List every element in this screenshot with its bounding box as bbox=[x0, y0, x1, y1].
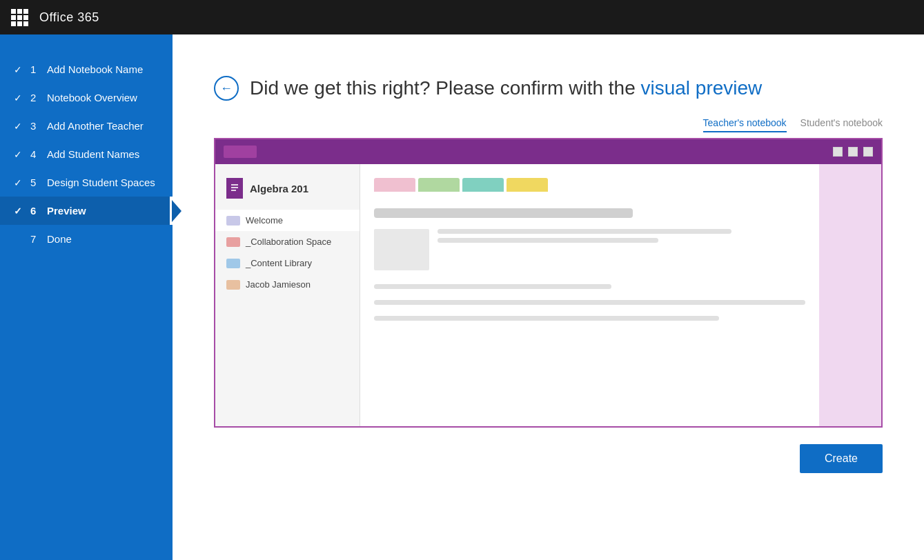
content-area: ← Did we get this right? Please confirm … bbox=[173, 34, 924, 560]
tab-indicator bbox=[224, 146, 257, 158]
step-num-3: 3 bbox=[30, 120, 41, 132]
active-arrow bbox=[172, 200, 181, 222]
nb-tab-green[interactable] bbox=[418, 178, 460, 192]
nb-tab-yellow[interactable] bbox=[507, 178, 548, 192]
tab-teachers-notebook[interactable]: Teacher's notebook bbox=[703, 117, 787, 132]
nb-section-label-collab: _Collaboration Space bbox=[246, 237, 331, 247]
sidebar-label-5: Design Student Spaces bbox=[47, 177, 155, 188]
step-num-1: 1 bbox=[30, 63, 41, 75]
sidebar-item-step4[interactable]: ✓ 4 Add Student Names bbox=[0, 140, 173, 168]
nb-text-line-1 bbox=[438, 229, 731, 234]
sidebar-item-step3[interactable]: ✓ 3 Add Another Teacher bbox=[0, 112, 173, 140]
check-icon-6: ✓ bbox=[14, 206, 25, 217]
svg-rect-3 bbox=[231, 190, 236, 191]
sidebar-label-2: Notebook Overview bbox=[47, 92, 137, 103]
preview-box: Algebra 201 Welcome _Collaboration Space… bbox=[214, 138, 883, 428]
nb-tab-bar bbox=[374, 178, 805, 192]
close-icon[interactable] bbox=[863, 147, 873, 157]
page-title: Did we get this right? Please confirm wi… bbox=[250, 77, 762, 99]
svg-rect-1 bbox=[231, 184, 238, 186]
nb-image-placeholder bbox=[374, 229, 429, 270]
welcome-section-icon bbox=[226, 216, 240, 226]
notebook-sidebar: Algebra 201 Welcome _Collaboration Space… bbox=[215, 164, 360, 426]
nb-section-collab[interactable]: _Collaboration Space bbox=[215, 231, 360, 252]
preview-top-bar bbox=[215, 139, 881, 164]
main-layout: ✓ 1 Add Notebook Name ✓ 2 Notebook Overv… bbox=[0, 34, 924, 560]
check-icon-4: ✓ bbox=[14, 149, 25, 160]
sidebar-item-step2[interactable]: ✓ 2 Notebook Overview bbox=[0, 83, 173, 112]
svg-rect-2 bbox=[231, 187, 238, 188]
collab-section-icon bbox=[226, 237, 240, 247]
sidebar-item-step1[interactable]: ✓ 1 Add Notebook Name bbox=[0, 55, 173, 83]
sidebar-label-3: Add Another Teacher bbox=[47, 120, 144, 132]
nb-body-line-1 bbox=[374, 284, 611, 289]
check-icon-2: ✓ bbox=[14, 92, 25, 103]
nb-content-row bbox=[374, 229, 805, 270]
nb-section-label-welcome: Welcome bbox=[246, 215, 283, 226]
check-icon-3: ✓ bbox=[14, 121, 25, 132]
title-highlight: visual preview bbox=[640, 77, 762, 99]
notebook-tabs: Teacher's notebook Student's notebook bbox=[214, 117, 883, 132]
content-footer: Create bbox=[214, 444, 883, 473]
check-icon-5: ✓ bbox=[14, 177, 25, 188]
nb-title-line bbox=[374, 208, 633, 218]
maximize-icon[interactable] bbox=[848, 147, 858, 157]
back-arrow-icon: ← bbox=[220, 81, 233, 96]
nb-right-panel bbox=[819, 164, 881, 426]
title-prefix: Did we get this right? Please confirm wi… bbox=[250, 77, 640, 99]
sidebar-item-step7[interactable]: ✓ 7 Done bbox=[0, 225, 173, 253]
preview-inner: Algebra 201 Welcome _Collaboration Space… bbox=[215, 164, 881, 426]
nb-section-label-content: _Content Library bbox=[246, 258, 312, 268]
nb-text-line-2 bbox=[438, 238, 658, 243]
tab-students-notebook[interactable]: Student's notebook bbox=[800, 117, 883, 132]
step-num-5: 5 bbox=[30, 177, 41, 188]
sidebar-label-7: Done bbox=[47, 233, 72, 245]
notebook-icon bbox=[226, 178, 243, 199]
sidebar-label-1: Add Notebook Name bbox=[47, 63, 143, 75]
step-num-2: 2 bbox=[30, 92, 41, 103]
step-num-6: 6 bbox=[30, 205, 41, 217]
content-header: ← Did we get this right? Please confirm … bbox=[214, 76, 883, 101]
notebook-title: Algebra 201 bbox=[250, 183, 308, 194]
jacob-section-icon bbox=[226, 280, 240, 290]
nb-body-line-2 bbox=[374, 300, 805, 305]
nb-tab-pink[interactable] bbox=[374, 178, 415, 192]
notebook-title-row: Algebra 201 bbox=[215, 171, 360, 210]
create-button[interactable]: Create bbox=[800, 444, 883, 473]
nb-section-jacob[interactable]: Jacob Jamieson bbox=[215, 274, 360, 295]
nb-section-label-jacob: Jacob Jamieson bbox=[246, 279, 311, 290]
sidebar-item-step6[interactable]: ✓ 6 Preview bbox=[0, 197, 173, 225]
notebook-content bbox=[360, 164, 819, 426]
check-icon-1: ✓ bbox=[14, 64, 25, 75]
nb-text-lines bbox=[438, 229, 805, 243]
app-title: Office 365 bbox=[39, 10, 99, 25]
back-button[interactable]: ← bbox=[214, 76, 239, 101]
sidebar-item-step5[interactable]: ✓ 5 Design Student Spaces bbox=[0, 168, 173, 197]
content-lib-section-icon bbox=[226, 259, 240, 268]
nb-tab-teal[interactable] bbox=[462, 178, 504, 192]
nb-section-content-lib[interactable]: _Content Library bbox=[215, 252, 360, 274]
grid-icon[interactable] bbox=[11, 9, 28, 26]
nb-body-line-3 bbox=[374, 316, 719, 321]
step-num-7: 7 bbox=[30, 233, 41, 245]
topbar: Office 365 bbox=[0, 0, 924, 34]
sidebar-label-4: Add Student Names bbox=[47, 148, 139, 160]
step-num-4: 4 bbox=[30, 148, 41, 160]
sidebar-label-6: Preview bbox=[47, 205, 86, 217]
minimize-icon[interactable] bbox=[833, 147, 843, 157]
sidebar: ✓ 1 Add Notebook Name ✓ 2 Notebook Overv… bbox=[0, 34, 173, 560]
nb-section-welcome[interactable]: Welcome bbox=[215, 210, 360, 231]
